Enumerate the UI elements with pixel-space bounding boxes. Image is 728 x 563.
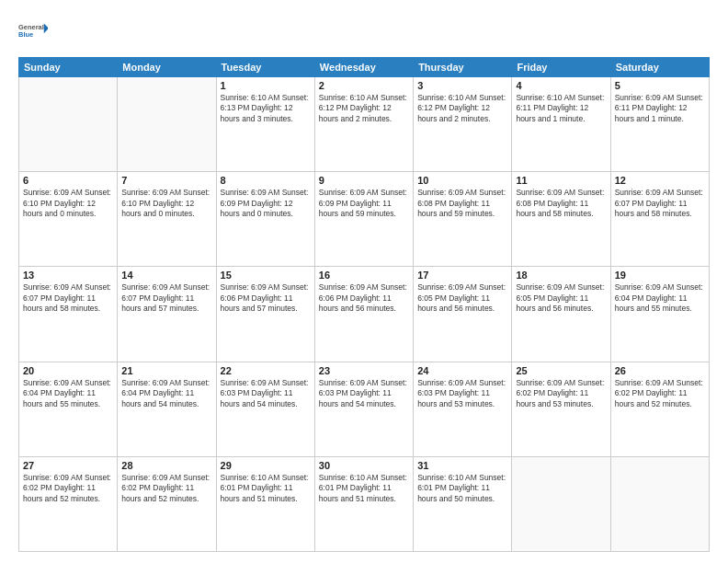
day-number: 5 [615,80,705,91]
day-number: 22 [221,365,311,376]
day-number: 27 [23,460,113,471]
calendar-week-row: 6Sunrise: 6:09 AM Sunset: 6:10 PM Daylig… [19,172,710,267]
calendar-cell: 15Sunrise: 6:09 AM Sunset: 6:06 PM Dayli… [216,267,314,362]
day-info: Sunrise: 6:09 AM Sunset: 6:09 PM Dayligh… [319,188,409,219]
day-header-friday: Friday [512,58,610,77]
calendar-cell: 19Sunrise: 6:09 AM Sunset: 6:04 PM Dayli… [610,267,709,362]
day-info: Sunrise: 6:09 AM Sunset: 6:07 PM Dayligh… [615,188,705,219]
day-info: Sunrise: 6:10 AM Sunset: 6:12 PM Dayligh… [417,93,507,124]
svg-text:Blue: Blue [18,30,33,39]
calendar-cell: 14Sunrise: 6:09 AM Sunset: 6:07 PM Dayli… [118,267,216,362]
calendar-cell: 18Sunrise: 6:09 AM Sunset: 6:05 PM Dayli… [512,267,610,362]
day-number: 26 [615,365,705,376]
day-number: 4 [516,80,606,91]
calendar-week-row: 1Sunrise: 6:10 AM Sunset: 6:13 PM Daylig… [19,77,710,172]
day-number: 3 [417,80,507,91]
header: General Blue [18,15,710,48]
day-info: Sunrise: 6:09 AM Sunset: 6:04 PM Dayligh… [121,378,211,409]
calendar-cell: 23Sunrise: 6:09 AM Sunset: 6:03 PM Dayli… [314,362,413,456]
day-number: 13 [23,270,113,281]
calendar-cell: 24Sunrise: 6:09 AM Sunset: 6:03 PM Dayli… [414,362,512,456]
day-info: Sunrise: 6:09 AM Sunset: 6:03 PM Dayligh… [417,378,507,409]
day-number: 17 [417,270,507,281]
day-number: 25 [516,365,606,376]
page: General Blue SundayMondayTuesdayWednesda… [0,0,728,563]
day-header-saturday: Saturday [610,58,709,77]
day-number: 10 [417,175,507,186]
day-info: Sunrise: 6:10 AM Sunset: 6:13 PM Dayligh… [221,93,311,124]
day-number: 8 [221,175,311,186]
day-number: 20 [23,365,113,376]
day-info: Sunrise: 6:10 AM Sunset: 6:01 PM Dayligh… [319,473,409,504]
calendar-cell: 11Sunrise: 6:09 AM Sunset: 6:08 PM Dayli… [512,172,610,267]
day-info: Sunrise: 6:09 AM Sunset: 6:06 PM Dayligh… [319,282,409,314]
day-number: 23 [319,365,409,376]
day-number: 16 [319,270,409,281]
day-info: Sunrise: 6:09 AM Sunset: 6:03 PM Dayligh… [319,378,409,409]
day-info: Sunrise: 6:09 AM Sunset: 6:02 PM Dayligh… [121,473,211,504]
calendar-week-row: 27Sunrise: 6:09 AM Sunset: 6:02 PM Dayli… [19,456,710,551]
calendar-cell: 28Sunrise: 6:09 AM Sunset: 6:02 PM Dayli… [118,456,216,551]
calendar-table: SundayMondayTuesdayWednesdayThursdayFrid… [18,57,710,552]
calendar-cell: 30Sunrise: 6:10 AM Sunset: 6:01 PM Dayli… [314,456,413,551]
calendar-week-row: 20Sunrise: 6:09 AM Sunset: 6:04 PM Dayli… [19,362,710,456]
calendar-cell: 4Sunrise: 6:10 AM Sunset: 6:11 PM Daylig… [512,77,610,172]
calendar-cell: 27Sunrise: 6:09 AM Sunset: 6:02 PM Dayli… [19,456,118,551]
day-number: 15 [221,270,311,281]
day-info: Sunrise: 6:10 AM Sunset: 6:11 PM Dayligh… [516,93,606,124]
calendar-cell: 8Sunrise: 6:09 AM Sunset: 6:09 PM Daylig… [216,172,314,267]
day-info: Sunrise: 6:09 AM Sunset: 6:08 PM Dayligh… [516,188,606,219]
calendar-week-row: 13Sunrise: 6:09 AM Sunset: 6:07 PM Dayli… [19,267,710,362]
calendar-cell: 5Sunrise: 6:09 AM Sunset: 6:11 PM Daylig… [610,77,709,172]
day-header-wednesday: Wednesday [314,58,413,77]
day-info: Sunrise: 6:09 AM Sunset: 6:03 PM Dayligh… [221,378,311,409]
day-info: Sunrise: 6:09 AM Sunset: 6:07 PM Dayligh… [121,282,211,314]
calendar-cell: 22Sunrise: 6:09 AM Sunset: 6:03 PM Dayli… [216,362,314,456]
day-info: Sunrise: 6:09 AM Sunset: 6:02 PM Dayligh… [23,473,113,504]
day-number: 14 [121,270,211,281]
calendar-cell: 20Sunrise: 6:09 AM Sunset: 6:04 PM Dayli… [19,362,118,456]
calendar-cell: 21Sunrise: 6:09 AM Sunset: 6:04 PM Dayli… [118,362,216,456]
day-info: Sunrise: 6:09 AM Sunset: 6:07 PM Dayligh… [23,282,113,314]
day-info: Sunrise: 6:09 AM Sunset: 6:11 PM Dayligh… [615,93,705,124]
calendar-cell: 31Sunrise: 6:10 AM Sunset: 6:01 PM Dayli… [414,456,512,551]
day-info: Sunrise: 6:09 AM Sunset: 6:05 PM Dayligh… [516,282,606,314]
day-info: Sunrise: 6:09 AM Sunset: 6:04 PM Dayligh… [23,378,113,409]
day-info: Sunrise: 6:09 AM Sunset: 6:02 PM Dayligh… [615,378,705,409]
logo-svg: General Blue [18,15,48,48]
day-number: 28 [121,460,211,471]
calendar-cell [512,456,610,551]
day-number: 7 [121,175,211,186]
day-number: 1 [221,80,311,91]
calendar-cell [118,77,216,172]
day-header-thursday: Thursday [414,58,512,77]
day-header-sunday: Sunday [19,58,118,77]
day-info: Sunrise: 6:09 AM Sunset: 6:09 PM Dayligh… [221,188,311,219]
day-number: 30 [319,460,409,471]
calendar-cell: 16Sunrise: 6:09 AM Sunset: 6:06 PM Dayli… [314,267,413,362]
day-number: 2 [319,80,409,91]
calendar-cell: 12Sunrise: 6:09 AM Sunset: 6:07 PM Dayli… [610,172,709,267]
calendar-cell: 3Sunrise: 6:10 AM Sunset: 6:12 PM Daylig… [414,77,512,172]
calendar-cell [610,456,709,551]
day-number: 11 [516,175,606,186]
day-number: 19 [615,270,705,281]
calendar-cell: 13Sunrise: 6:09 AM Sunset: 6:07 PM Dayli… [19,267,118,362]
day-number: 12 [615,175,705,186]
day-info: Sunrise: 6:09 AM Sunset: 6:05 PM Dayligh… [417,282,507,314]
day-number: 24 [417,365,507,376]
calendar-cell: 25Sunrise: 6:09 AM Sunset: 6:02 PM Dayli… [512,362,610,456]
day-info: Sunrise: 6:10 AM Sunset: 6:12 PM Dayligh… [319,93,409,124]
day-info: Sunrise: 6:10 AM Sunset: 6:01 PM Dayligh… [221,473,311,504]
calendar-cell: 7Sunrise: 6:09 AM Sunset: 6:10 PM Daylig… [118,172,216,267]
calendar-cell: 17Sunrise: 6:09 AM Sunset: 6:05 PM Dayli… [414,267,512,362]
day-info: Sunrise: 6:09 AM Sunset: 6:10 PM Dayligh… [23,188,113,219]
day-header-monday: Monday [118,58,216,77]
day-number: 9 [319,175,409,186]
day-info: Sunrise: 6:09 AM Sunset: 6:06 PM Dayligh… [221,282,311,314]
day-info: Sunrise: 6:09 AM Sunset: 6:02 PM Dayligh… [516,378,606,409]
calendar-cell: 9Sunrise: 6:09 AM Sunset: 6:09 PM Daylig… [314,172,413,267]
day-number: 31 [417,460,507,471]
day-number: 18 [516,270,606,281]
day-number: 6 [23,175,113,186]
